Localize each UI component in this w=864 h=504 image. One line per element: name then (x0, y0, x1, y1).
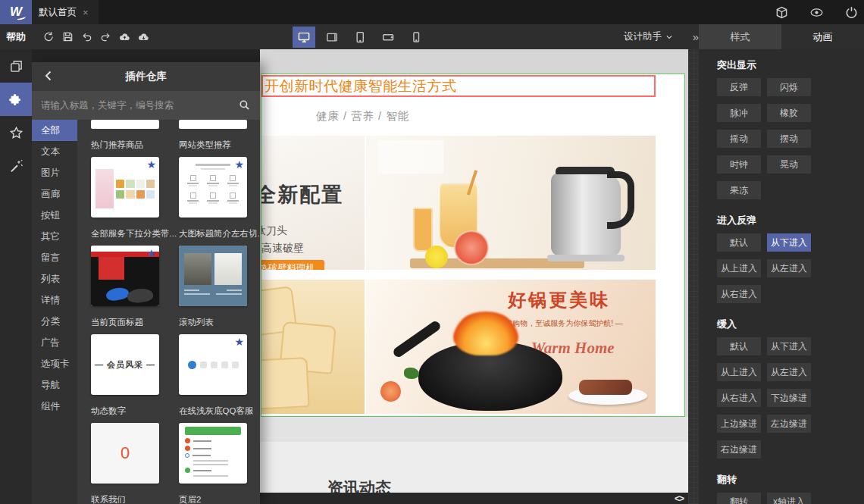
category-item[interactable]: 组件 (32, 396, 77, 417)
animation-button[interactable]: 果冻 (717, 181, 761, 199)
animation-button[interactable]: 从左进入 (767, 259, 811, 277)
canvas-scrollbar[interactable] (688, 49, 699, 504)
promo-button[interactable]: 热破壁料理机 (261, 260, 324, 270)
device-tablet-landscape-icon[interactable] (321, 27, 343, 48)
animation-button[interactable]: x轴进入 (767, 493, 811, 504)
wok-banner[interactable]: 好锅更美味 — 无忧购物，至诚服务为你保驾护航! — Warm Home (366, 280, 656, 414)
category-item[interactable]: 列表 (32, 268, 77, 290)
animation-button[interactable]: 晃动 (767, 155, 811, 174)
hero-title-element[interactable]: 开创新时代健康智能生活方式 (261, 75, 656, 97)
animation-button[interactable]: 橡胶 (767, 104, 811, 122)
device-desktop-icon[interactable] (293, 27, 315, 48)
animation-button[interactable]: 反弹 (717, 78, 761, 96)
animation-button[interactable]: 默认 (717, 233, 761, 252)
animation-button[interactable]: 从上进入 (717, 363, 761, 381)
category-item[interactable]: 按钮 (32, 205, 77, 226)
animation-button[interactable]: 摇动 (717, 130, 761, 148)
animation-button[interactable]: 默认 (717, 337, 761, 355)
favorite-star-icon[interactable]: ★ (146, 158, 156, 171)
plugin-card[interactable]: ★ (179, 157, 247, 218)
kettle-juice-photo[interactable] (366, 136, 656, 270)
page-tab[interactable]: 默认首页 × (32, 0, 99, 24)
redo-icon[interactable] (96, 24, 115, 49)
animation-button[interactable]: 右边缘进 (717, 440, 761, 459)
promo-image[interactable]: 全新配置 钛刀头 分高速破壁 热破壁料理机 (261, 136, 365, 270)
plugin-card-label: 动态数字 (91, 405, 159, 417)
sidebar-item-plugins[interactable] (0, 83, 32, 116)
animation-button[interactable]: 翻转 (717, 493, 761, 504)
sidebar-item-tools[interactable] (0, 149, 32, 183)
device-preview-group (293, 27, 427, 48)
help-menu[interactable]: 帮助 (6, 24, 26, 49)
animation-button[interactable]: 脉冲 (717, 104, 761, 122)
search-icon[interactable] (239, 99, 251, 111)
power-icon[interactable] (843, 4, 859, 20)
tab-animation[interactable]: 动画 (781, 24, 864, 49)
category-item[interactable]: 广告 (32, 332, 77, 353)
animation-button[interactable]: 时钟 (717, 155, 761, 174)
plugin-item: 全部服务下拉分类带... ★ (91, 218, 159, 306)
expand-panel-button[interactable]: » (693, 24, 699, 49)
animation-button[interactable]: 从上进入 (717, 259, 761, 277)
back-chevron-icon[interactable] (42, 70, 56, 83)
animation-button[interactable]: 从下进入 (767, 233, 811, 252)
plugin-card[interactable]: ★ (179, 334, 247, 395)
animation-button[interactable]: 左边缘进 (767, 415, 811, 433)
design-canvas[interactable]: 开创新时代健康智能生活方式 健康 / 营养 / 智能 全新配置 钛刀头 分高速破… (260, 49, 688, 504)
plugin-card[interactable]: ★ (91, 157, 159, 218)
favorite-star-icon[interactable]: ★ (234, 158, 244, 171)
plugin-card[interactable] (179, 246, 247, 306)
banner-title: 好锅更美味 (508, 288, 610, 312)
animation-button[interactable]: 摆动 (767, 130, 811, 148)
animation-button[interactable]: 下边缘进 (767, 389, 811, 407)
category-item[interactable]: 留言 (32, 247, 77, 268)
plugin-card[interactable]: — 会员风采 — (91, 334, 159, 395)
cloud-upload-icon[interactable] (115, 24, 134, 49)
category-item[interactable]: 文本 (32, 141, 77, 162)
selected-page-section[interactable]: 开创新时代健康智能生活方式 健康 / 营养 / 智能 全新配置 钛刀头 分高速破… (261, 74, 685, 417)
device-tablet-portrait-icon[interactable] (349, 27, 371, 48)
favorite-star-icon[interactable]: ★ (146, 247, 156, 259)
plugin-card[interactable]: ★ (91, 246, 159, 306)
bread-photo[interactable] (261, 280, 365, 414)
category-item[interactable]: 其它 (32, 226, 77, 247)
category-item[interactable]: 图片 (32, 162, 77, 183)
category-item[interactable]: 全部 (32, 120, 77, 141)
plugin-card[interactable]: 0 (91, 423, 159, 484)
refresh-icon[interactable] (39, 24, 58, 49)
left-sidebar (0, 49, 32, 504)
animation-button[interactable]: 从下进入 (767, 337, 811, 355)
animation-button[interactable]: 闪烁 (767, 78, 811, 96)
favorite-star-icon[interactable]: ★ (234, 336, 244, 348)
plugin-search-input[interactable] (32, 91, 260, 120)
sidebar-item-pages[interactable] (0, 49, 32, 83)
components-cube-icon[interactable] (773, 4, 790, 20)
undo-icon[interactable] (77, 24, 96, 49)
category-item[interactable]: 画廊 (32, 183, 77, 205)
promo-line1: 钛刀头 (261, 224, 287, 238)
save-icon[interactable] (58, 24, 77, 49)
app-logo[interactable]: W (0, 0, 32, 24)
animation-button[interactable]: 上边缘进 (717, 415, 761, 433)
animation-button[interactable]: 从右进入 (717, 285, 761, 303)
close-icon[interactable]: × (83, 7, 89, 18)
category-item[interactable]: 选项卡 (32, 353, 77, 374)
hero-subtitle[interactable]: 健康 / 营养 / 智能 (316, 109, 409, 124)
plugin-card-partial[interactable] (91, 120, 159, 129)
category-item[interactable]: 导航 (32, 374, 77, 396)
tab-style[interactable]: 样式 (699, 24, 781, 49)
plugin-card[interactable] (179, 423, 247, 484)
plugin-item: 大图标题简介左右切... (179, 218, 247, 306)
design-assistant-dropdown[interactable]: 设计助手 (624, 24, 673, 49)
category-item[interactable]: 分类 (32, 311, 77, 332)
animation-button[interactable]: 从左进入 (767, 363, 811, 381)
code-toggle-icon[interactable]: <> (675, 493, 684, 504)
sidebar-item-favorites[interactable] (0, 116, 32, 149)
plugin-card-partial[interactable] (179, 120, 247, 129)
animation-button[interactable]: 从右进入 (717, 389, 761, 407)
device-phone-portrait-icon[interactable] (405, 27, 427, 48)
device-phone-landscape-icon[interactable] (377, 27, 399, 48)
cloud-download-icon[interactable] (134, 24, 153, 49)
preview-eye-icon[interactable] (808, 4, 825, 20)
category-item[interactable]: 详情 (32, 290, 77, 311)
